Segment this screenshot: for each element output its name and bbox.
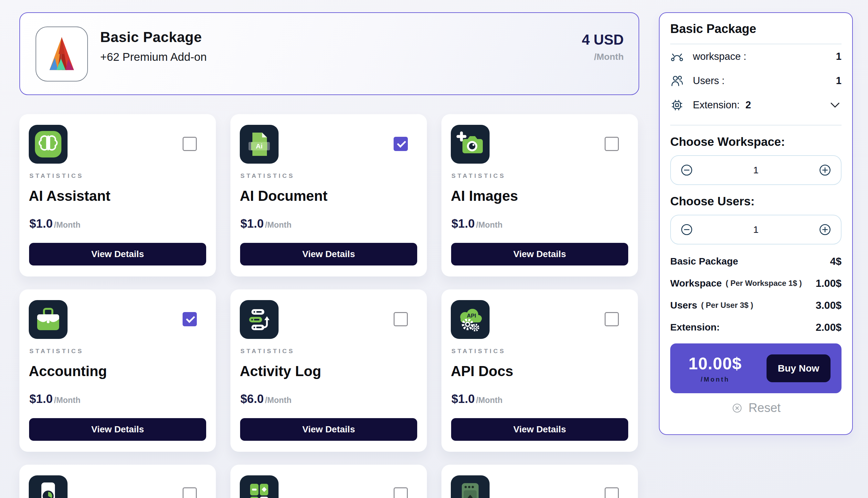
addon-price: $1.0	[451, 217, 475, 231]
addon-title: Activity Log	[240, 363, 321, 379]
addon-checkbox[interactable]	[605, 487, 619, 498]
addon-category: STATISTICS	[451, 348, 506, 355]
price-line-value: 4$	[830, 255, 841, 267]
addon-price-period: /Month	[54, 395, 80, 405]
addon-card-partial-3	[442, 465, 638, 498]
addon-card-ai-images: STATISTICS AI Images $1.0 /Month View De…	[442, 114, 638, 276]
users-stepper: 1	[670, 215, 841, 245]
api-cloud-icon: API	[451, 300, 490, 339]
workspace-stepper: 1	[670, 155, 841, 185]
package-header-card: Basic Package +62 Premium Add-on 4 USD /…	[19, 12, 639, 95]
price-line-label: Users	[670, 300, 697, 311]
prism-a-logo-icon	[43, 34, 81, 74]
reset-button[interactable]: Reset	[670, 401, 841, 415]
summary-row-label: Users :	[693, 75, 724, 87]
addon-price: $1.0	[29, 217, 53, 231]
choose-users-label: Choose Users:	[670, 195, 841, 208]
activity-log-icon	[240, 300, 279, 339]
addon-title: AI Images	[451, 188, 518, 204]
reset-icon	[731, 402, 743, 414]
addon-price: $1.0	[241, 217, 264, 231]
widgets-icon	[240, 475, 279, 498]
addon-card-ai-assistant: STATISTICS AI Assistant $1.0 /Month View…	[19, 114, 216, 276]
view-details-button[interactable]: View Details	[240, 418, 417, 441]
addon-checkbox[interactable]	[182, 312, 197, 326]
plus-button[interactable]	[817, 163, 832, 178]
summary-panel: Basic Package workspace : 1	[659, 12, 853, 435]
view-details-button[interactable]: View Details	[451, 243, 628, 265]
package-price-period: /Month	[582, 52, 624, 62]
addon-price-period: /Month	[476, 395, 502, 405]
addon-checkbox[interactable]	[394, 487, 408, 498]
buy-now-button[interactable]: Buy Now	[767, 354, 830, 382]
addon-title: Accounting	[29, 363, 107, 379]
addon-checkbox[interactable]	[394, 137, 408, 151]
total-amount: 10.00$	[681, 354, 749, 373]
price-line-label: Extension:	[670, 322, 720, 333]
addon-price-period: /Month	[476, 220, 502, 230]
summary-row-value: 1	[836, 75, 841, 87]
addon-category: STATISTICS	[241, 172, 295, 180]
addon-checkbox[interactable]	[605, 312, 619, 326]
price-line-label: Workspace	[670, 278, 722, 289]
addon-title: AI Document	[240, 188, 327, 204]
price-breakdown: Basic Package 4$ Workspace ( Per Workspa…	[670, 250, 841, 338]
addon-title: API Docs	[451, 363, 513, 379]
addon-category: STATISTICS	[29, 172, 84, 180]
price-line-extension: Extension: 2.00$	[670, 316, 841, 338]
price-line-label: Basic Package	[670, 256, 738, 267]
total-panel: 10.00$ /Month Buy Now	[670, 343, 841, 393]
addon-category: STATISTICS	[451, 172, 506, 180]
addon-card-partial-1	[19, 465, 216, 498]
summary-row-workspace: workspace : 1	[670, 44, 841, 68]
addon-card-api-docs: API STATISTICS API Docs $1.0 /Month View…	[442, 289, 638, 452]
vector-nodes-icon	[670, 50, 684, 63]
svg-text:API: API	[467, 313, 476, 319]
package-price: 4 USD	[582, 32, 624, 48]
divider	[670, 125, 841, 126]
view-details-button[interactable]: View Details	[451, 418, 628, 441]
addon-category: STATISTICS	[29, 348, 84, 355]
addon-checkbox[interactable]	[182, 487, 197, 498]
minus-button[interactable]	[679, 163, 694, 178]
camera-plus-icon	[451, 125, 490, 163]
minus-button[interactable]	[679, 222, 694, 237]
price-line-value: 3.00$	[816, 299, 841, 311]
summary-row-label: Extension:	[693, 99, 740, 111]
users-icon	[670, 74, 684, 88]
view-details-button[interactable]: View Details	[240, 243, 417, 265]
server-flame-icon	[451, 475, 490, 498]
svg-text:Ai: Ai	[256, 142, 263, 150]
price-line-value: 2.00$	[816, 322, 841, 333]
addon-grid: STATISTICS AI Assistant $1.0 /Month View…	[19, 114, 638, 498]
addon-checkbox[interactable]	[182, 137, 197, 151]
addon-title: AI Assistant	[29, 188, 110, 204]
cpu-chip-icon	[670, 98, 684, 112]
ai-file-icon: Ai	[240, 125, 279, 163]
price-line-users: Users ( Per User 3$ ) 3.00$	[670, 294, 841, 316]
summary-row-value: 1	[836, 51, 841, 62]
summary-row-users: Users : 1	[670, 68, 841, 93]
addon-checkbox[interactable]	[394, 312, 408, 326]
addon-card-activity-log: STATISTICS Activity Log $6.0 /Month View…	[230, 289, 427, 452]
price-line-value: 1.00$	[816, 277, 841, 289]
addon-price: $1.0	[29, 392, 53, 406]
plus-button[interactable]	[817, 222, 832, 237]
addon-checkbox[interactable]	[605, 137, 619, 151]
summary-title: Basic Package	[670, 22, 841, 36]
chevron-down-icon[interactable]	[829, 101, 841, 110]
reset-label: Reset	[748, 401, 781, 415]
view-details-button[interactable]: View Details	[29, 243, 206, 265]
clock-app-icon	[29, 475, 68, 498]
brain-icon	[29, 125, 68, 163]
summary-row-label: workspace :	[693, 51, 746, 62]
app-logo	[36, 27, 88, 81]
workspace-count: 1	[694, 165, 817, 175]
addon-card-accounting: STATISTICS Accounting $1.0 /Month View D…	[19, 289, 216, 452]
view-details-button[interactable]: View Details	[29, 418, 206, 441]
summary-row-extension[interactable]: Extension: 2	[670, 93, 841, 117]
briefcase-icon	[29, 300, 68, 339]
price-line-note: ( Per User 3$ )	[701, 301, 753, 310]
addon-price: $6.0	[241, 392, 264, 406]
price-line-workspace: Workspace ( Per Workspace 1$ ) 1.00$	[670, 272, 841, 294]
